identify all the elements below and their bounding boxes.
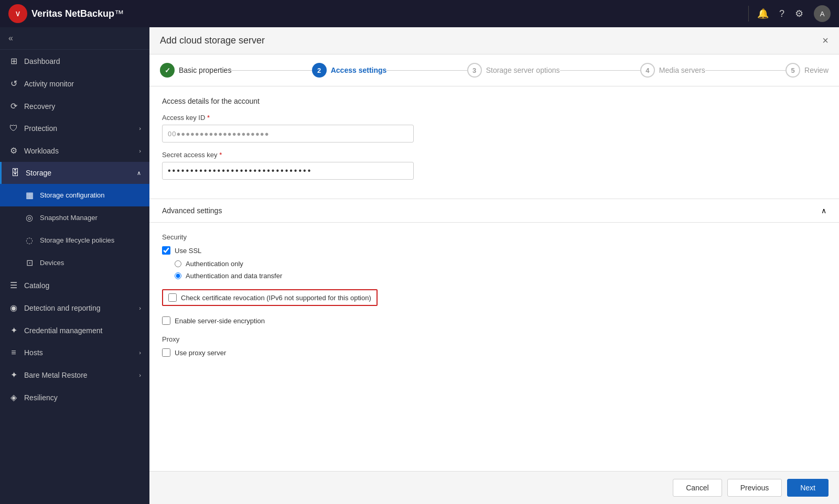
workloads-chevron: › bbox=[139, 148, 141, 154]
sidebar-item-credential[interactable]: ✦ Credential management bbox=[0, 319, 149, 342]
use-ssl-checkbox[interactable] bbox=[162, 246, 170, 255]
add-cloud-storage-panel: Add cloud storage server × ✓ Basic prope… bbox=[149, 27, 839, 504]
content-area: Add cloud storage server × ✓ Basic prope… bbox=[149, 27, 839, 504]
sidebar-item-protection[interactable]: 🛡 Protection › bbox=[0, 117, 149, 139]
access-details-section: Access details for the account Access ke… bbox=[149, 86, 839, 199]
sidebar-item-devices[interactable]: ⊡ Devices bbox=[0, 251, 149, 274]
next-button[interactable]: Next bbox=[787, 479, 829, 497]
logo-area: V Veritas NetBackup™ bbox=[8, 4, 740, 23]
hosts-chevron: › bbox=[139, 349, 141, 356]
sidebar-item-storage[interactable]: 🗄 Storage ∧ bbox=[0, 162, 149, 184]
sidebar-label-protection: Protection bbox=[24, 124, 57, 133]
use-ssl-row: Use SSL bbox=[162, 246, 826, 255]
step-access-settings[interactable]: 2 Access settings bbox=[312, 63, 387, 78]
wizard-steps: ✓ Basic properties 2 Access settings 3 S… bbox=[149, 54, 839, 86]
notifications-icon[interactable]: 🔔 bbox=[757, 8, 769, 19]
sidebar-label-snapshot: Snapshot Manager bbox=[40, 214, 98, 222]
catalog-icon: ☰ bbox=[8, 280, 19, 290]
sidebar-label-recovery: Recovery bbox=[24, 102, 55, 111]
cert-revocation-label: Check certificate revocation (IPv6 not s… bbox=[181, 294, 371, 302]
sidebar-item-catalog[interactable]: ☰ Catalog bbox=[0, 274, 149, 297]
access-key-id-group: Access key ID * bbox=[162, 114, 826, 143]
step-connector-2 bbox=[386, 70, 467, 71]
panel-header: Add cloud storage server × bbox=[149, 27, 839, 54]
sidebar-label-credential: Credential management bbox=[24, 326, 102, 335]
step-basic-properties[interactable]: ✓ Basic properties bbox=[160, 63, 231, 78]
sidebar-item-recovery[interactable]: ⟳ Recovery bbox=[0, 95, 149, 117]
panel-footer: Cancel Previous Next bbox=[149, 471, 839, 504]
access-key-required-star: * bbox=[207, 114, 210, 122]
panel-title: Add cloud storage server bbox=[160, 35, 265, 46]
recovery-icon: ⟳ bbox=[8, 101, 19, 111]
advanced-settings-header[interactable]: Advanced settings ∧ bbox=[149, 199, 839, 223]
sidebar-item-dashboard[interactable]: ⊞ Dashboard bbox=[0, 50, 149, 72]
auth-data-transfer-radio[interactable] bbox=[175, 272, 181, 279]
app-name: Veritas NetBackup™ bbox=[31, 8, 124, 19]
sidebar-label-dashboard: Dashboard bbox=[24, 57, 60, 65]
sidebar-label-resiliency: Resiliency bbox=[24, 393, 58, 402]
step-circle-2: 2 bbox=[312, 63, 327, 78]
use-proxy-checkbox[interactable] bbox=[162, 348, 170, 357]
advanced-collapse-icon: ∧ bbox=[821, 206, 826, 215]
sidebar-item-activity-monitor[interactable]: ↺ Activity monitor bbox=[0, 72, 149, 95]
step-storage-server-options[interactable]: 3 Storage server options bbox=[467, 63, 560, 78]
sidebar-item-hosts[interactable]: ≡ Hosts › bbox=[0, 342, 149, 364]
lifecycle-icon: ◌ bbox=[24, 235, 35, 245]
header-divider bbox=[748, 6, 749, 21]
protection-chevron: › bbox=[139, 125, 141, 132]
sidebar-item-storage-configuration[interactable]: ▦ Storage configuration bbox=[0, 184, 149, 206]
step-review[interactable]: 5 Review bbox=[786, 63, 829, 78]
step-label-4: Media servers bbox=[659, 66, 705, 74]
step-label-2: Access settings bbox=[331, 66, 387, 74]
resiliency-icon: ◈ bbox=[8, 392, 19, 402]
help-icon[interactable]: ? bbox=[779, 8, 784, 19]
header-icons: 🔔 ? ⚙ A bbox=[757, 5, 831, 22]
server-encryption-label: Enable server-side encryption bbox=[175, 317, 265, 325]
activity-icon: ↺ bbox=[8, 79, 19, 89]
cert-revocation-checkbox[interactable] bbox=[168, 293, 177, 302]
previous-button[interactable]: Previous bbox=[727, 479, 782, 497]
detection-chevron: › bbox=[139, 305, 141, 311]
settings-icon[interactable]: ⚙ bbox=[795, 8, 803, 19]
auth-only-radio[interactable] bbox=[175, 260, 181, 267]
sidebar: « ⊞ Dashboard ↺ Activity monitor ⟳ Recov… bbox=[0, 27, 149, 504]
sidebar-item-resiliency[interactable]: ◈ Resiliency bbox=[0, 386, 149, 409]
cert-revocation-highlighted-wrapper: Check certificate revocation (IPv6 not s… bbox=[162, 289, 378, 311]
advanced-settings-body: Security Use SSL Authentication only bbox=[149, 223, 839, 372]
step-media-servers[interactable]: 4 Media servers bbox=[640, 63, 705, 78]
veritas-logo-icon: V bbox=[8, 4, 27, 23]
cert-revocation-row: Check certificate revocation (IPv6 not s… bbox=[162, 289, 378, 306]
auth-data-transfer-label: Authentication and data transfer bbox=[186, 272, 282, 280]
sidebar-item-detection[interactable]: ◉ Detection and reporting › bbox=[0, 297, 149, 319]
devices-icon: ⊡ bbox=[24, 258, 35, 268]
use-proxy-row: Use proxy server bbox=[162, 348, 826, 357]
sidebar-item-workloads[interactable]: ⚙ Workloads › bbox=[0, 139, 149, 162]
storage-config-icon: ▦ bbox=[24, 190, 35, 200]
step-circle-1: ✓ bbox=[160, 63, 175, 78]
sidebar-item-storage-lifecycle[interactable]: ◌ Storage lifecycle policies bbox=[0, 229, 149, 251]
sidebar-item-snapshot-manager[interactable]: ◎ Snapshot Manager bbox=[0, 206, 149, 229]
form-content: Access details for the account Access ke… bbox=[149, 86, 839, 471]
sidebar-collapse-button[interactable]: « bbox=[0, 27, 149, 50]
secret-access-key-group: Secret access key * bbox=[162, 151, 826, 180]
sidebar-label-devices: Devices bbox=[40, 259, 64, 267]
server-encryption-checkbox[interactable] bbox=[162, 316, 170, 325]
access-key-id-input[interactable] bbox=[162, 125, 414, 143]
step-circle-5: 5 bbox=[786, 63, 800, 78]
cancel-button[interactable]: Cancel bbox=[673, 479, 722, 497]
sidebar-label-catalog: Catalog bbox=[24, 281, 49, 290]
sidebar-label-detection: Detection and reporting bbox=[24, 304, 101, 312]
sidebar-item-bare-metal[interactable]: ✦ Bare Metal Restore › bbox=[0, 364, 149, 386]
secret-access-key-input[interactable] bbox=[162, 162, 414, 180]
step-label-1: Basic properties bbox=[179, 66, 231, 74]
security-label: Security bbox=[162, 233, 826, 241]
sidebar-label-hosts: Hosts bbox=[24, 348, 43, 357]
panel-close-button[interactable]: × bbox=[822, 35, 829, 47]
step-label-5: Review bbox=[804, 66, 829, 74]
avatar[interactable]: A bbox=[814, 5, 831, 22]
sidebar-label-workloads: Workloads bbox=[24, 147, 59, 155]
step-circle-3: 3 bbox=[467, 63, 482, 78]
bare-metal-icon: ✦ bbox=[8, 370, 19, 380]
storage-chevron: ∧ bbox=[137, 170, 141, 177]
use-proxy-label: Use proxy server bbox=[175, 349, 226, 357]
